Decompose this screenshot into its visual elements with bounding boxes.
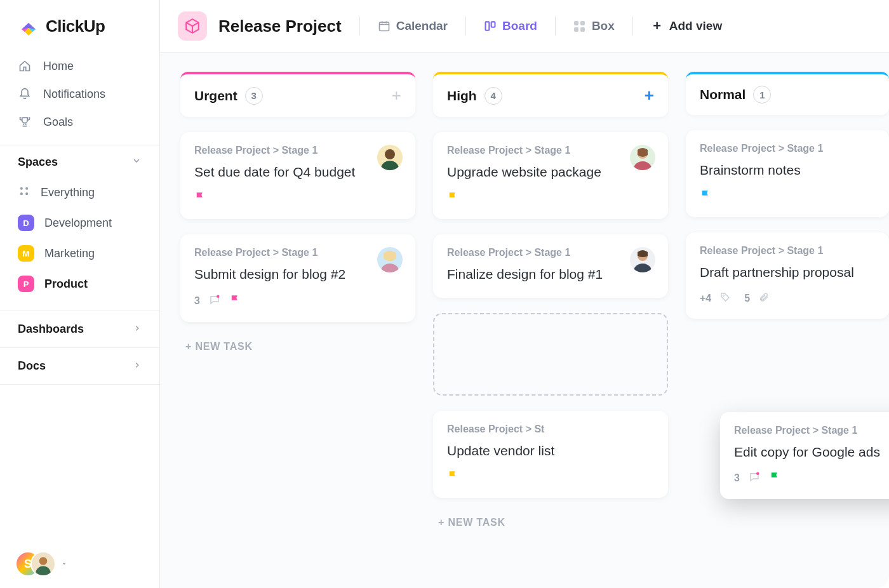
workspace-title: Release Project	[218, 17, 342, 36]
column-title: Urgent	[194, 88, 237, 104]
task-card[interactable]: Release Project > Stage 1 Upgrade websit…	[433, 132, 668, 219]
assignee-avatar[interactable]	[630, 145, 655, 170]
paperclip-icon	[759, 292, 769, 305]
space-product[interactable]: P Product	[0, 269, 159, 299]
spaces-header-label: Spaces	[18, 156, 58, 169]
view-board[interactable]: Board	[478, 15, 544, 37]
card-title: Finalize design for blog #1	[447, 265, 654, 283]
sidebar: ClickUp Home Notifications Goals	[0, 0, 160, 588]
add-card-button[interactable]: +	[392, 86, 401, 105]
bell-icon	[18, 87, 32, 101]
svg-point-3	[25, 192, 28, 195]
task-card[interactable]: Release Project > Stage 1 Set due date f…	[180, 132, 415, 219]
user-avatar-photo	[30, 551, 56, 577]
box-grid-icon	[573, 20, 586, 32]
flag-icon[interactable]	[769, 471, 780, 485]
workspace-icon	[178, 11, 207, 41]
drop-zone[interactable]	[433, 313, 668, 396]
space-label: Development	[44, 217, 112, 230]
chevron-right-icon	[133, 359, 142, 373]
board-area: Urgent 3 + Release Project > Stage 1 Set…	[160, 53, 889, 588]
nav-goals[interactable]: Goals	[0, 108, 159, 136]
brand[interactable]: ClickUp	[0, 0, 159, 51]
space-development[interactable]: D Development	[0, 208, 159, 238]
task-card[interactable]: Release Project > Stage 1 Submit design …	[180, 234, 415, 321]
nav-home-label: Home	[43, 60, 74, 73]
breadcrumb: Release Project > Stage 1	[194, 247, 401, 258]
breadcrumb: Release Project > St	[447, 424, 654, 435]
svg-point-2	[20, 192, 23, 195]
space-marketing[interactable]: M Marketing	[0, 238, 159, 269]
breadcrumb: Release Project > Stage 1	[734, 425, 889, 436]
topbar: Release Project Calendar Board	[160, 0, 889, 53]
card-title: Upgrade website package	[447, 163, 654, 181]
nav-home[interactable]: Home	[0, 52, 159, 80]
column-high: High 4 + Release Project > Stage 1 Upgra…	[433, 72, 668, 569]
avatar-stack: S	[15, 551, 51, 577]
comment-icon[interactable]	[749, 471, 760, 485]
dragging-card[interactable]: Release Project > Stage 1 Edit copy for …	[720, 412, 889, 499]
svg-point-18	[723, 295, 725, 296]
user-menu[interactable]: S	[0, 540, 159, 588]
column-count: 4	[485, 87, 502, 105]
card-title: Submit design for blog #2	[194, 265, 401, 283]
card-title: Update vendor list	[447, 441, 654, 460]
add-view-label: Add view	[669, 19, 722, 33]
tags-count[interactable]: +4	[700, 293, 711, 304]
nav-list: Home Notifications Goals	[0, 51, 159, 145]
spaces-list: Everything D Development M Marketing P P…	[0, 178, 159, 311]
task-card[interactable]: Release Project > Stage 1 Draft partners…	[686, 232, 889, 318]
task-card[interactable]: Release Project > Stage 1 Finalize desig…	[433, 234, 668, 297]
space-everything-label: Everything	[41, 186, 95, 199]
dashboards-section[interactable]: Dashboards	[0, 311, 159, 347]
breadcrumb: Release Project > Stage 1	[700, 143, 875, 154]
column-header: High 4 +	[433, 72, 668, 117]
view-board-label: Board	[502, 19, 537, 33]
flag-icon[interactable]	[447, 470, 458, 484]
space-badge: P	[18, 276, 34, 292]
flag-icon[interactable]	[229, 294, 241, 308]
breadcrumb: Release Project > Stage 1	[700, 245, 875, 257]
column-title: Normal	[700, 87, 745, 102]
comment-icon[interactable]	[209, 294, 220, 308]
flag-icon[interactable]	[700, 189, 711, 203]
new-task-button[interactable]: + NEW TASK	[180, 337, 415, 356]
view-box[interactable]: Box	[567, 15, 621, 37]
svg-point-4	[39, 557, 48, 565]
dashboards-label: Dashboards	[18, 323, 84, 336]
add-view[interactable]: + Add view	[645, 15, 728, 37]
divider	[465, 17, 466, 36]
flag-icon[interactable]	[447, 191, 458, 205]
nav-notifications[interactable]: Notifications	[0, 80, 159, 108]
column-title: High	[447, 88, 477, 104]
svg-point-5	[36, 566, 50, 577]
view-calendar[interactable]: Calendar	[371, 15, 454, 37]
comments-count[interactable]: 3	[194, 295, 200, 307]
divider	[632, 17, 633, 36]
add-card-button[interactable]: +	[645, 86, 654, 105]
nav-notifications-label: Notifications	[43, 88, 105, 101]
new-task-button[interactable]: + NEW TASK	[433, 513, 668, 532]
space-everything[interactable]: Everything	[0, 178, 159, 208]
task-card[interactable]: Release Project > St Update vendor list	[433, 411, 668, 498]
card-title: Edit copy for Google ads	[734, 443, 889, 461]
column-header: Normal 1	[686, 72, 889, 115]
chevron-down-icon	[131, 156, 142, 169]
grid-dots-icon	[18, 185, 30, 201]
flag-icon[interactable]	[194, 191, 206, 205]
divider	[359, 17, 360, 36]
column-header: Urgent 3 +	[180, 72, 415, 117]
comments-count[interactable]: 3	[734, 472, 740, 484]
attachments-count[interactable]: 5	[744, 293, 750, 304]
home-icon	[18, 59, 32, 73]
docs-section[interactable]: Docs	[0, 347, 159, 385]
assignee-avatar[interactable]	[377, 145, 403, 170]
breadcrumb: Release Project > Stage 1	[447, 145, 654, 156]
view-calendar-label: Calendar	[396, 19, 448, 33]
main: Release Project Calendar Board	[160, 0, 889, 588]
plus-icon: +	[651, 20, 664, 32]
space-label: Product	[44, 277, 88, 291]
svg-point-1	[25, 187, 28, 190]
spaces-header[interactable]: Spaces	[0, 145, 159, 178]
task-card[interactable]: Release Project > Stage 1 Brainstorm not…	[686, 130, 889, 217]
